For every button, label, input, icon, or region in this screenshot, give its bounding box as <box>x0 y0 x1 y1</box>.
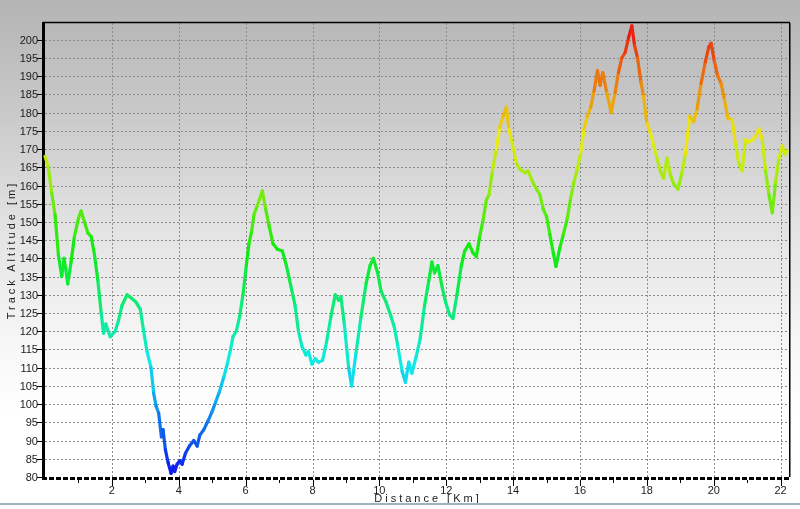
y-tick-label: 80 <box>6 471 38 483</box>
y-tick-label: 145 <box>6 234 38 246</box>
y-tick-label: 195 <box>6 52 38 64</box>
x-tick-label: 14 <box>499 484 527 496</box>
y-tick-label: 110 <box>6 362 38 374</box>
y-tick-label: 200 <box>6 34 38 46</box>
y-tick-label: 155 <box>6 198 38 210</box>
y-tick-label: 185 <box>6 88 38 100</box>
y-tick-label: 175 <box>6 125 38 137</box>
elevation-profile-chart: Track Altitude [m] Distance [Km] 8085909… <box>0 0 800 509</box>
y-tick-label: 130 <box>6 289 38 301</box>
y-tick-label: 140 <box>6 252 38 264</box>
y-tick-label: 95 <box>6 416 38 428</box>
x-tick-label: 22 <box>767 484 795 496</box>
y-tick-label: 160 <box>6 180 38 192</box>
y-tick-label: 100 <box>6 398 38 410</box>
y-tick-label: 135 <box>6 271 38 283</box>
x-tick-label: 18 <box>633 484 661 496</box>
x-tick-label: 2 <box>98 484 126 496</box>
y-tick-label: 165 <box>6 161 38 173</box>
chart-plot-area <box>0 0 800 509</box>
y-tick-label: 125 <box>6 307 38 319</box>
x-tick-label: 10 <box>365 484 393 496</box>
x-tick-label: 20 <box>700 484 728 496</box>
y-tick-label: 170 <box>6 143 38 155</box>
y-tick-label: 150 <box>6 216 38 228</box>
x-tick-label: 8 <box>299 484 327 496</box>
y-tick-label: 180 <box>6 107 38 119</box>
x-tick-label: 4 <box>165 484 193 496</box>
y-tick-label: 105 <box>6 380 38 392</box>
y-tick-label: 190 <box>6 70 38 82</box>
y-tick-label: 90 <box>6 435 38 447</box>
y-tick-label: 120 <box>6 325 38 337</box>
y-tick-label: 85 <box>6 453 38 465</box>
x-tick-label: 16 <box>566 484 594 496</box>
window-bottom-margin <box>0 505 800 509</box>
x-tick-label: 6 <box>232 484 260 496</box>
x-tick-label: 12 <box>432 484 460 496</box>
y-tick-label: 115 <box>6 343 38 355</box>
